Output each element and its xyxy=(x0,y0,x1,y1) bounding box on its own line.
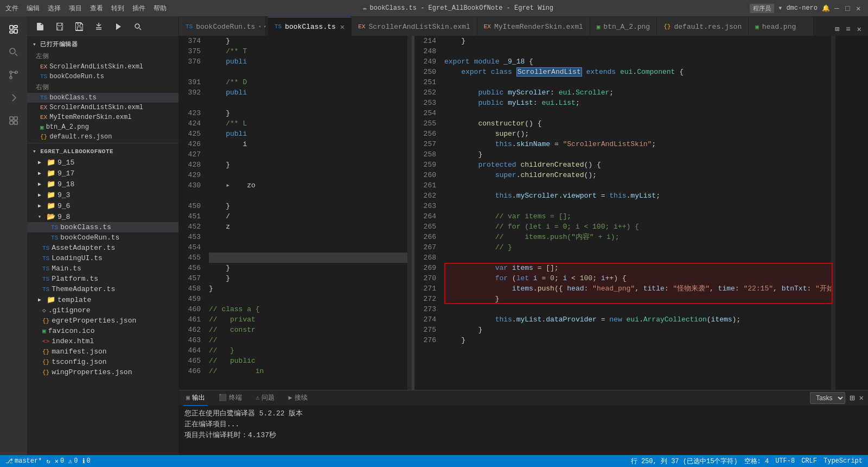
tab-icon-ScrollerAndListSkin: EX xyxy=(358,23,365,30)
left-scrollbar[interactable] xyxy=(407,36,412,390)
tree-gitignore[interactable]: ◇ .gitignore xyxy=(27,305,178,315)
sidebar-file-bookClass-active[interactable]: TS bookClass.ts xyxy=(27,93,178,103)
tree-bookCodeRun[interactable]: TS bookCodeRun.ts xyxy=(27,232,178,243)
tree-9_8[interactable]: ▾ 📂 9_8 xyxy=(27,211,178,222)
menu-goto[interactable]: 转到 xyxy=(111,4,124,13)
tree-template[interactable]: ▶ 📁 template xyxy=(27,294,178,305)
maximize-button[interactable]: □ xyxy=(845,5,852,11)
bottom-tab-output[interactable]: ▣ 输出 xyxy=(183,390,208,406)
tree-AssetAdapter[interactable]: TS AssetAdapter.ts xyxy=(27,243,178,253)
close-button[interactable]: ✕ xyxy=(856,5,863,11)
build-button[interactable] xyxy=(91,19,106,34)
tab-icon-bookClass: TS xyxy=(275,23,282,30)
activity-search[interactable] xyxy=(5,43,22,61)
sidebar-file-myitemrenderskin[interactable]: EX MyItemRenderSkin.exml xyxy=(27,112,178,122)
sidebar-file-bookCodeRun[interactable]: TS bookCodeRun.ts xyxy=(27,72,178,81)
save-all-button[interactable] xyxy=(72,19,87,34)
tree-egretProperties[interactable]: {} egretProperties.json xyxy=(27,315,178,326)
code-line: public myList: eui.List; xyxy=(444,98,831,108)
new-file-button[interactable] xyxy=(33,19,48,34)
run-button[interactable] xyxy=(111,19,126,34)
tab-headPng[interactable]: ▣ head.png xyxy=(749,17,814,36)
git-branch[interactable]: ⎇ master* xyxy=(5,457,42,465)
info-indicator[interactable]: ℹ 0 xyxy=(82,457,91,465)
bottom-tab-debug[interactable]: ▶ 接续 xyxy=(285,390,310,406)
left-code-content[interactable]: } /** T publi /** D publi } /** L publi … xyxy=(206,36,407,390)
tree-bookClass[interactable]: TS bookClass.ts xyxy=(27,222,178,232)
indentation[interactable]: 空格: 4 xyxy=(744,457,769,466)
tab-bookClass[interactable]: TS bookClass.ts ✕ xyxy=(268,17,352,36)
sidebar-file-btnA2[interactable]: ▣ btn_A_2.png xyxy=(27,122,178,132)
save-button[interactable] xyxy=(52,19,67,34)
close-all-tabs-button[interactable]: ✕ xyxy=(855,22,864,36)
tree-9_3[interactable]: ▶ 📁 9_3 xyxy=(27,190,178,200)
menu-plugins[interactable]: 插件 xyxy=(132,4,145,13)
encoding[interactable]: UTF-8 xyxy=(775,457,795,465)
tree-wingProperties[interactable]: {} wingProperties.json xyxy=(27,367,178,377)
code-line xyxy=(209,242,407,253)
tree-9_6[interactable]: ▶ 📁 9_6 xyxy=(27,200,178,211)
menu-project[interactable]: 项目 xyxy=(69,4,82,13)
tab-ScrollerAndListSkin[interactable]: EX ScrollerAndListSkin.exml xyxy=(352,17,477,36)
errors-indicator[interactable]: ✕ 0 xyxy=(55,457,64,465)
tab-close-bookClass[interactable]: ✕ xyxy=(340,22,344,31)
right-scrollbar[interactable] xyxy=(831,36,835,390)
activity-extensions[interactable] xyxy=(5,112,22,129)
menu-select[interactable]: 选择 xyxy=(48,4,61,13)
tab-btnA2[interactable]: ▣ btn_A_2.png xyxy=(590,17,657,36)
svg-rect-10 xyxy=(14,117,17,120)
warnings-indicator[interactable]: ⚠ 0 xyxy=(68,457,78,465)
language-mode[interactable]: TypeScript xyxy=(824,457,863,465)
tree-LoadingUI[interactable]: TS LoadingUI.ts xyxy=(27,253,178,263)
user-dropdown[interactable]: ▼ xyxy=(778,5,782,11)
notification-icon[interactable]: 🔔 xyxy=(822,4,830,12)
tasks-expand-button[interactable]: ⊞ xyxy=(850,393,855,403)
tree-ThemeAdapter[interactable]: TS ThemeAdapter.ts xyxy=(27,284,178,294)
tree-9_17[interactable]: ▶ 📁 9_17 xyxy=(27,168,178,179)
split-editor-button[interactable]: ⊞ xyxy=(833,22,841,36)
menu-view[interactable]: 查看 xyxy=(90,4,103,13)
tree-Platform[interactable]: TS Platform.ts xyxy=(27,274,178,284)
tree-index[interactable]: <> index.html xyxy=(27,336,178,346)
menu-file[interactable]: 文件 xyxy=(5,4,18,13)
sidebar-file-scrollerandlistskin-left[interactable]: EX ScrollerAndListSkin.exml xyxy=(27,62,178,72)
code-line: /** T xyxy=(209,46,407,56)
code-line: this.myScroller.viewport = this.myList; xyxy=(444,191,831,201)
line-endings[interactable]: CRLF xyxy=(801,457,817,465)
tree-manifest[interactable]: {} manifest.json xyxy=(27,346,178,357)
cursor-position[interactable]: 行 250, 列 37 (已选中15个字符) xyxy=(631,457,738,466)
tab-bookCodeRun[interactable]: TS bookCodeRun.ts ··· xyxy=(179,17,266,36)
code-line: ▸ zo xyxy=(209,180,407,191)
more-tabs-button[interactable]: ≡ xyxy=(844,23,852,36)
bottom-close-button[interactable]: ✕ xyxy=(859,393,864,402)
svg-rect-12 xyxy=(14,121,17,124)
right-code-content[interactable]: } export module _9_18 { export class Scr… xyxy=(442,36,831,390)
activity-explorer[interactable] xyxy=(5,21,22,38)
sync-button[interactable]: ↻ xyxy=(46,457,50,465)
code-line xyxy=(444,46,831,56)
tree-Main[interactable]: TS Main.ts xyxy=(27,263,178,274)
menu-edit[interactable]: 编辑 xyxy=(27,4,40,13)
code-line: // constr xyxy=(209,325,407,335)
code-line-selection-2: for (let i = 0; i < 100; i++) { xyxy=(444,273,831,283)
tree-9_18[interactable]: ▶ 📁 9_18 xyxy=(27,179,178,190)
bottom-tab-terminal[interactable]: ⬛ 终端 xyxy=(216,390,245,406)
activity-debug[interactable] xyxy=(5,89,22,106)
sidebar-file-scrollerandlistskin-right[interactable]: EX ScrollerAndListSkin.exml xyxy=(27,103,178,112)
bottom-tab-problems[interactable]: ⚠ 问题 xyxy=(253,390,277,406)
tree-tsconfig[interactable]: {} tsconfig.json xyxy=(27,357,178,367)
status-right: 行 250, 列 37 (已选中15个字符) 空格: 4 UTF-8 CRLF … xyxy=(631,457,863,466)
left-code-editor[interactable]: 374 375 376 391 392 423 424 425 426 427 … xyxy=(179,36,412,390)
sidebar-file-defaultresjson[interactable]: {} default.res.json xyxy=(27,132,178,142)
tree-9_15[interactable]: ▶ 📁 9_15 xyxy=(27,157,178,168)
minimize-button[interactable]: ─ xyxy=(834,5,841,11)
tree-favicon[interactable]: ▣ favicon.ico xyxy=(27,326,178,336)
right-code-editor[interactable]: 214 248 249 250 251 252 253 254 255 256 … xyxy=(414,36,868,390)
search-toolbar-button[interactable] xyxy=(130,19,145,34)
tab-defaultresJson[interactable]: {} default.res.json xyxy=(657,17,749,36)
tab-MyItemRenderSkin[interactable]: EX MyItemRenderSkin.exml xyxy=(477,17,590,36)
tabs-bar: TS bookCodeRun.ts ··· TS bookClass.ts ✕ … xyxy=(179,16,868,36)
activity-git[interactable] xyxy=(5,66,22,84)
tasks-dropdown[interactable]: Tasks xyxy=(810,392,845,404)
menu-help[interactable]: 帮助 xyxy=(154,4,167,13)
